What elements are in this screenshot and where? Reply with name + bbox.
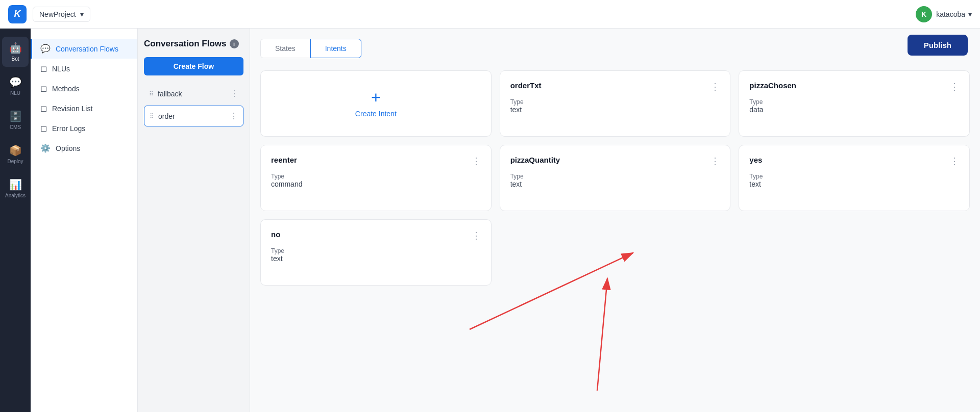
intent-card-reenter-header: reenter ⋮ [271, 156, 481, 167]
analytics-icon: 📊 [9, 178, 22, 191]
flow-panel-title: Conversation Flows [144, 39, 227, 49]
menu-item-options[interactable]: ⚙️ Options [31, 138, 137, 158]
flow-item-order-left: ⠿ order [150, 112, 175, 120]
intent-card-pizzaChosen: pizzaChosen ⋮ Type data [739, 70, 970, 137]
intent-card-reenter-type-label: Type [271, 173, 481, 180]
intent-card-no-title: no [271, 230, 280, 239]
flow-item-order[interactable]: ⠿ order ⋮ [144, 106, 243, 126]
deploy-icon: 📦 [9, 144, 22, 157]
tab-intents[interactable]: Intents [310, 39, 361, 58]
cms-icon: 🗄️ [9, 110, 22, 122]
topbar-right: K katacoba ▾ [916, 6, 972, 22]
menu-item-revision-list[interactable]: ◻ Revision List [31, 98, 137, 118]
intent-card-reenter-title: reenter [271, 156, 297, 164]
intent-card-yes-type-label: Type [749, 173, 959, 180]
tab-intents-label: Intents [325, 44, 347, 53]
intent-card-yes-header: yes ⋮ [749, 156, 959, 167]
project-selector[interactable]: NewProject ▾ [33, 7, 90, 22]
menu-item-options-label: Options [56, 144, 80, 152]
sidebar-item-analytics[interactable]: 📊 Analytics [2, 173, 29, 203]
menu-item-conversation-flows[interactable]: 💬 Conversation Flows [31, 39, 137, 59]
flow-item-fallback[interactable]: ⠿ fallback ⋮ [144, 84, 243, 104]
intent-card-orderTxt-header: orderTxt ⋮ [510, 81, 720, 92]
sidebar-nav: 🤖 Bot 💬 NLU 🗄️ CMS 📦 Deploy 📊 Analytics [0, 29, 31, 412]
create-intent-plus-icon: + [371, 89, 381, 106]
main-content: States Intents + Create Intent orderTxt … [250, 29, 980, 412]
intent-card-pizzaQuantity-type-label: Type [510, 173, 720, 180]
intent-card-orderTxt-type-label: Type [510, 98, 720, 106]
options-icon: ⚙️ [40, 143, 51, 153]
menu-item-conversation-flows-label: Conversation Flows [56, 45, 118, 53]
menu-item-nlus-label: NLUs [52, 65, 70, 73]
drag-handle-icon: ⠿ [150, 113, 154, 120]
menu-item-revision-list-label: Revision List [52, 105, 92, 113]
create-intent-label: Create Intent [355, 110, 397, 118]
intent-card-orderTxt-title: orderTxt [510, 81, 542, 90]
intent-card-yes-menu-icon[interactable]: ⋮ [950, 156, 959, 167]
sidebar-item-deploy-label: Deploy [7, 159, 23, 164]
tab-states[interactable]: States [260, 39, 310, 58]
intent-card-reenter-menu-icon[interactable]: ⋮ [472, 156, 481, 167]
intent-card-pizzaChosen-menu-icon[interactable]: ⋮ [950, 81, 959, 92]
svg-line-2 [597, 278, 607, 391]
publish-button[interactable]: Publish [908, 35, 968, 56]
topbar-left: K NewProject ▾ [8, 5, 90, 23]
intent-card-no-type-label: Type [271, 247, 481, 254]
flow-item-fallback-label: fallback [158, 90, 182, 98]
menu-item-error-logs-label: Error Logs [52, 124, 85, 133]
nlu-icon: 💬 [9, 76, 22, 88]
tab-states-label: States [275, 44, 296, 53]
intent-card-pizzaChosen-title: pizzaChosen [749, 81, 796, 90]
intent-card-no-menu-icon[interactable]: ⋮ [472, 230, 481, 241]
user-chevron-icon: ▾ [968, 10, 972, 18]
intent-card-orderTxt-menu-icon[interactable]: ⋮ [710, 81, 720, 92]
info-icon: i [230, 39, 239, 48]
flow-item-order-menu-icon[interactable]: ⋮ [230, 111, 238, 121]
conversation-flows-icon: 💬 [40, 44, 51, 54]
user-selector[interactable]: katacoba ▾ [936, 10, 972, 18]
intent-card-reenter-type-value: command [271, 180, 481, 188]
flow-item-fallback-menu-icon[interactable]: ⋮ [230, 89, 238, 98]
menu-item-methods[interactable]: ◻ Methods [31, 79, 137, 98]
intent-card-pizzaQuantity-menu-icon[interactable]: ⋮ [710, 156, 720, 167]
intent-card-pizzaQuantity-title: pizzaQuantity [510, 156, 560, 164]
sidebar-item-nlu-label: NLU [10, 90, 20, 96]
sidebar-item-bot[interactable]: 🤖 Bot [2, 37, 29, 67]
menu-item-methods-label: Methods [52, 85, 80, 93]
sidebar-item-bot-label: Bot [11, 56, 19, 62]
flow-item-fallback-left: ⠿ fallback [149, 90, 182, 98]
logo: K [8, 5, 27, 23]
menu-item-nlus[interactable]: ◻ NLUs [31, 59, 137, 79]
intent-card-no-header: no ⋮ [271, 230, 481, 241]
methods-icon: ◻ [40, 84, 47, 93]
intent-card-orderTxt: orderTxt ⋮ Type text [500, 70, 731, 137]
menu-item-error-logs[interactable]: ◻ Error Logs [31, 118, 137, 138]
sidebar-item-cms[interactable]: 🗄️ CMS [2, 105, 29, 135]
drag-handle-icon: ⠿ [149, 90, 154, 97]
intent-card-orderTxt-type-value: text [510, 106, 720, 114]
sidebar-item-nlu[interactable]: 💬 NLU [2, 71, 29, 101]
intent-card-pizzaChosen-header: pizzaChosen ⋮ [749, 81, 959, 92]
intent-card-pizzaQuantity-type-value: text [510, 180, 720, 188]
intent-card-no: no ⋮ Type text [260, 219, 492, 286]
intent-card-pizzaChosen-type-value: data [749, 106, 959, 114]
sidebar-item-deploy[interactable]: 📦 Deploy [2, 139, 29, 169]
nlus-icon: ◻ [40, 64, 47, 73]
topbar: K NewProject ▾ K katacoba ▾ [0, 0, 980, 29]
intent-card-pizzaChosen-type-label: Type [749, 98, 959, 106]
intent-card-yes-type-value: text [749, 180, 959, 188]
user-avatar: K [916, 6, 932, 22]
intent-card-yes-title: yes [749, 156, 762, 164]
revision-list-icon: ◻ [40, 104, 47, 113]
chevron-down-icon: ▾ [80, 10, 84, 18]
error-logs-icon: ◻ [40, 123, 47, 133]
intents-grid: + Create Intent orderTxt ⋮ Type text piz… [260, 70, 970, 286]
bot-icon: 🤖 [9, 42, 22, 54]
sidebar-item-cms-label: CMS [10, 124, 21, 130]
intent-card-yes: yes ⋮ Type text [739, 145, 970, 211]
create-flow-button[interactable]: Create Flow [144, 57, 243, 75]
tab-bar: States Intents [260, 39, 970, 58]
intent-card-no-type-value: text [271, 254, 481, 263]
user-name: katacoba [936, 10, 965, 18]
create-intent-card[interactable]: + Create Intent [260, 70, 492, 137]
